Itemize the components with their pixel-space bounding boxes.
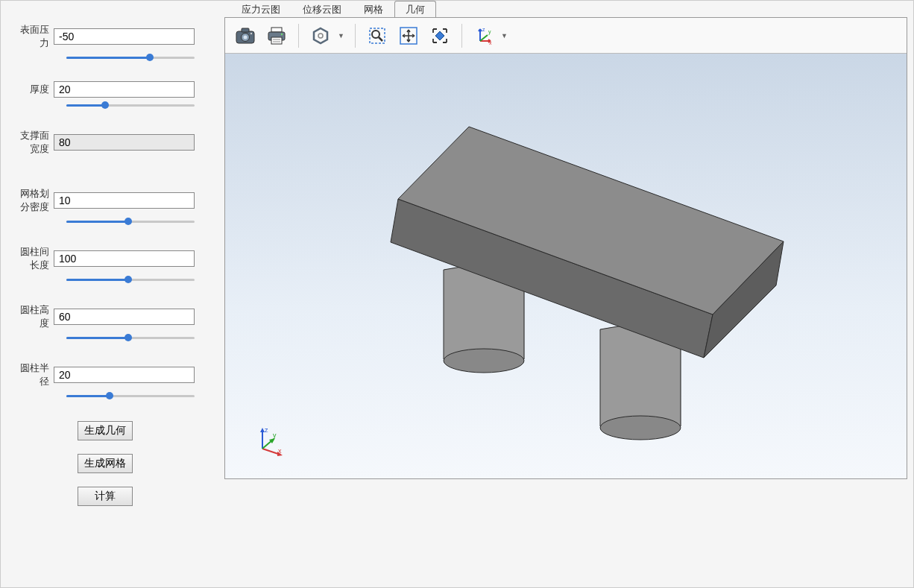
app-window: 表面压力 厚度 支撑面宽度 网格划分密度 xyxy=(0,0,914,588)
mesh-density-label: 网格划分密度 xyxy=(16,187,54,214)
svg-point-3 xyxy=(244,35,248,39)
tab-bar: 应力云图 位移云图 网格 几何 xyxy=(230,1,913,17)
surface-pressure-input[interactable] xyxy=(54,28,195,45)
parameter-panel: 表面压力 厚度 支撑面宽度 网格划分密度 xyxy=(1,1,224,587)
print-icon xyxy=(267,27,286,45)
svg-point-4 xyxy=(250,32,252,34)
mesh-density-slider[interactable] xyxy=(66,217,195,227)
zoom-selection-button[interactable] xyxy=(426,22,454,50)
generate-mesh-button[interactable]: 生成网格 xyxy=(78,454,133,473)
tab-displacement[interactable]: 位移云图 xyxy=(291,1,353,17)
svg-point-14 xyxy=(372,31,379,38)
tab-geometry[interactable]: 几何 xyxy=(394,1,436,17)
svg-point-25 xyxy=(600,416,681,440)
camera-button[interactable] xyxy=(231,22,259,50)
tab-mesh[interactable]: 网格 xyxy=(353,1,394,17)
svg-marker-17 xyxy=(435,31,444,40)
zoom-window-button[interactable] xyxy=(363,22,391,50)
viewport-panel: 应力云图 位移云图 网格 几何 xyxy=(224,1,913,587)
print-button[interactable] xyxy=(262,22,291,50)
axis-view-icon: z y x xyxy=(474,26,494,45)
svg-text:y: y xyxy=(488,29,491,35)
surface-pressure-label: 表面压力 xyxy=(16,23,54,50)
3d-viewport[interactable]: z y x xyxy=(225,54,907,478)
zoom-extents-button[interactable] xyxy=(394,22,423,50)
svg-rect-7 xyxy=(271,37,282,44)
svg-text:z: z xyxy=(482,27,485,32)
surface-pressure-slider[interactable] xyxy=(66,53,195,63)
hexagon-icon xyxy=(312,27,330,45)
viewport-toolbar: ▼ xyxy=(225,18,907,54)
mesh-density-input[interactable] xyxy=(54,192,195,209)
svg-point-24 xyxy=(444,349,524,373)
column-spacing-label: 圆柱间长度 xyxy=(16,245,54,272)
svg-point-12 xyxy=(318,34,323,38)
svg-point-10 xyxy=(281,33,283,34)
zoom-extents-icon xyxy=(399,26,418,45)
dropdown-arrow-icon[interactable]: ▼ xyxy=(335,32,347,39)
tab-content: ▼ xyxy=(224,17,907,479)
geometry-rendering xyxy=(225,54,907,478)
column-spacing-slider[interactable] xyxy=(66,275,195,285)
column-radius-slider[interactable] xyxy=(66,391,195,402)
column-radius-input[interactable] xyxy=(54,367,195,383)
support-width-label: 支撑面宽度 xyxy=(16,129,54,156)
zoom-window-icon xyxy=(368,26,387,45)
compute-button[interactable]: 计算 xyxy=(78,487,133,506)
svg-rect-5 xyxy=(271,28,282,32)
column-height-input[interactable] xyxy=(54,309,195,325)
svg-line-20 xyxy=(480,35,488,41)
svg-line-15 xyxy=(379,37,382,41)
dropdown-arrow-icon[interactable]: ▼ xyxy=(498,32,511,39)
zoom-selection-icon xyxy=(430,26,450,45)
thickness-input[interactable] xyxy=(54,81,195,98)
svg-text:x: x xyxy=(278,447,282,455)
render-quality-button[interactable] xyxy=(306,22,335,50)
column-spacing-input[interactable] xyxy=(54,250,195,267)
svg-text:y: y xyxy=(273,431,277,439)
axis-view-button[interactable]: z y x xyxy=(470,22,498,50)
column-radius-label: 圆柱半径 xyxy=(16,361,54,388)
support-width-input xyxy=(54,134,195,151)
svg-text:z: z xyxy=(265,426,268,434)
camera-icon xyxy=(236,28,255,44)
svg-rect-1 xyxy=(242,28,249,32)
svg-marker-11 xyxy=(314,28,327,43)
svg-text:x: x xyxy=(489,40,492,45)
axis-triad: z y x xyxy=(255,426,285,456)
column-height-label: 圆柱高度 xyxy=(16,303,54,330)
generate-geometry-button[interactable]: 生成几何 xyxy=(78,421,133,440)
thickness-slider[interactable] xyxy=(66,101,195,111)
thickness-label: 厚度 xyxy=(16,83,54,96)
column-height-slider[interactable] xyxy=(66,333,195,344)
tab-stress[interactable]: 应力云图 xyxy=(230,1,291,17)
